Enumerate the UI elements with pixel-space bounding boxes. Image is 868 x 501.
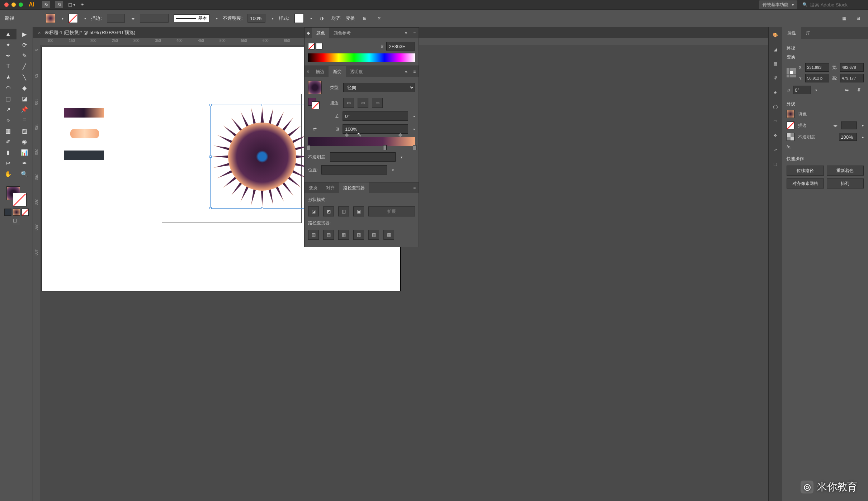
variable-width-input[interactable] bbox=[140, 14, 169, 23]
rotate-tool[interactable]: ◫ bbox=[0, 93, 16, 104]
shape-icon[interactable]: ⤧ bbox=[374, 14, 384, 23]
panel-menu-icon[interactable]: ≡ bbox=[410, 30, 419, 35]
stock-button[interactable]: St bbox=[55, 1, 63, 8]
align-label[interactable]: 对齐 bbox=[331, 15, 341, 22]
window-traffic-lights[interactable] bbox=[4, 3, 23, 7]
stop-position-input[interactable] bbox=[321, 165, 387, 175]
free-transform-tool[interactable]: 📌 bbox=[16, 104, 33, 115]
opacity-swatch-icon[interactable] bbox=[787, 133, 794, 141]
tab-gradient[interactable]: 渐变 bbox=[329, 66, 346, 77]
chevron-right-icon[interactable]: ▸ bbox=[862, 135, 864, 139]
chevron-down-icon[interactable]: ▾ bbox=[310, 16, 312, 20]
minus-back-icon[interactable]: ▩ bbox=[383, 230, 394, 240]
panel-menu-icon[interactable]: ≡ bbox=[410, 69, 419, 74]
stroke-swatch[interactable] bbox=[787, 121, 794, 129]
tab-properties[interactable]: 属性 bbox=[782, 27, 801, 39]
gradient-panel-icon[interactable]: ▭ bbox=[771, 117, 780, 125]
panel-menu-icon[interactable]: ≡ bbox=[410, 185, 419, 190]
align-pixel-grid-button[interactable]: 对齐像素网格 bbox=[787, 178, 824, 189]
selection-handle[interactable] bbox=[209, 207, 212, 209]
graphic-style-swatch[interactable] bbox=[294, 14, 304, 23]
fill-swatch[interactable] bbox=[787, 110, 794, 118]
grid-layout-icon[interactable]: ▦ bbox=[839, 14, 849, 23]
gradient-thumb[interactable] bbox=[308, 81, 322, 94]
mesh-tool[interactable]: ▦ bbox=[0, 125, 16, 136]
reference-point-icon[interactable] bbox=[787, 68, 796, 77]
workspace-switcher[interactable]: 传统基本功能 ▾ bbox=[759, 0, 797, 9]
stroke-panel-icon[interactable]: ◯ bbox=[771, 102, 780, 111]
gpu-preview-icon[interactable]: ✈ bbox=[80, 2, 84, 7]
rotate-input[interactable] bbox=[793, 86, 811, 94]
gradient-midpoint[interactable] bbox=[398, 133, 402, 137]
unite-icon[interactable]: ◪ bbox=[308, 206, 319, 216]
zoom-window-icon[interactable] bbox=[19, 3, 23, 7]
layers-panel-icon[interactable]: ❖ bbox=[771, 131, 780, 140]
stroke-swatch[interactable] bbox=[69, 14, 78, 23]
tab-transform[interactable]: 变换 bbox=[305, 182, 322, 193]
symbols-panel-icon[interactable]: ♣ bbox=[771, 88, 780, 97]
chevron-down-icon[interactable]: ▾ bbox=[62, 16, 63, 20]
opacity-prop-input[interactable] bbox=[839, 133, 857, 141]
white-swatch-icon[interactable] bbox=[316, 43, 322, 49]
x-input[interactable] bbox=[805, 63, 829, 72]
gradient-angle-input[interactable] bbox=[343, 111, 408, 121]
artboards-panel-icon[interactable]: ▢ bbox=[771, 160, 780, 168]
arrange-docs-dropdown[interactable]: ◫ ▾ bbox=[68, 2, 75, 7]
stroke-grad-within-icon[interactable]: ▭ bbox=[343, 98, 354, 108]
isolate-icon[interactable]: ⊞ bbox=[360, 14, 369, 23]
gradient-mode-icon[interactable] bbox=[13, 209, 20, 216]
gradient-stop[interactable] bbox=[413, 145, 416, 150]
width-tool[interactable]: ↗ bbox=[0, 104, 16, 115]
shape-builder-tool[interactable]: ⟐ bbox=[0, 115, 16, 125]
hex-input[interactable] bbox=[386, 42, 415, 51]
selection-bounding-box[interactable] bbox=[210, 105, 314, 209]
artwork-swatch-1[interactable] bbox=[64, 108, 104, 118]
artboard-tool[interactable]: ✒ bbox=[16, 158, 33, 168]
asset-export-panel-icon[interactable]: ↗ bbox=[771, 145, 780, 154]
close-tab-icon[interactable]: × bbox=[38, 30, 41, 35]
screen-mode-icon[interactable]: ◫ bbox=[13, 218, 20, 225]
selection-handle[interactable] bbox=[261, 104, 263, 106]
expand-button[interactable]: 扩展 bbox=[368, 206, 415, 216]
none-mode-icon[interactable] bbox=[22, 209, 29, 216]
color-mode-icon[interactable] bbox=[4, 209, 11, 216]
y-input[interactable] bbox=[805, 74, 829, 82]
divide-icon[interactable]: ▥ bbox=[308, 230, 319, 240]
swatches-panel-icon[interactable]: ▦ bbox=[771, 59, 780, 68]
eraser-tool[interactable]: ◆ bbox=[16, 82, 33, 93]
lasso-tool[interactable]: ⟳ bbox=[16, 39, 33, 50]
stop-opacity-input[interactable] bbox=[330, 152, 396, 162]
recolor-button[interactable]: 重新着色 bbox=[827, 166, 864, 176]
gradient-slider[interactable] bbox=[308, 137, 415, 146]
intersect-icon[interactable]: ◫ bbox=[338, 206, 349, 216]
chevron-down-icon[interactable]: ▾ bbox=[392, 168, 394, 172]
chevron-down-icon[interactable]: ▾ bbox=[84, 16, 86, 20]
gradient-stop[interactable] bbox=[307, 145, 310, 150]
trim-icon[interactable]: ▤ bbox=[323, 230, 334, 240]
tab-color-guide[interactable]: 颜色参考 bbox=[329, 28, 355, 38]
perspective-grid-tool[interactable]: ≡ bbox=[16, 115, 33, 125]
type-tool[interactable]: T bbox=[0, 61, 16, 72]
stroke-weight-input[interactable] bbox=[841, 121, 857, 129]
gradient-aspect-input[interactable] bbox=[343, 124, 408, 134]
close-window-icon[interactable] bbox=[4, 3, 9, 7]
minus-front-icon[interactable]: ◩ bbox=[323, 206, 334, 216]
blend-tool[interactable]: ◉ bbox=[16, 136, 33, 147]
star-tool[interactable]: ★ bbox=[0, 72, 16, 82]
chevron-down-icon[interactable]: ▾ bbox=[401, 155, 402, 159]
curvature-tool[interactable]: ✎ bbox=[16, 50, 33, 61]
stroke-grad-along-icon[interactable]: ▭ bbox=[358, 98, 368, 108]
tab-stroke[interactable]: 描边 bbox=[311, 66, 329, 77]
recolor-icon[interactable]: ◑ bbox=[317, 14, 326, 23]
stroke-weight-input[interactable] bbox=[107, 14, 125, 23]
reverse-gradient-icon[interactable]: ⇄ bbox=[308, 127, 321, 132]
selection-handle[interactable] bbox=[209, 104, 212, 106]
fx-button[interactable]: fx. bbox=[787, 144, 791, 149]
artwork-swatch-3[interactable] bbox=[64, 151, 104, 160]
transform-label[interactable]: 变换 bbox=[346, 15, 355, 22]
fill-swatch[interactable] bbox=[46, 14, 55, 23]
collapse-icon[interactable]: « bbox=[402, 69, 410, 74]
exclude-icon[interactable]: ▣ bbox=[353, 206, 364, 216]
symbol-sprayer-tool[interactable]: ▮ bbox=[0, 147, 16, 158]
flip-horizontal-icon[interactable]: ⇋ bbox=[842, 85, 852, 95]
